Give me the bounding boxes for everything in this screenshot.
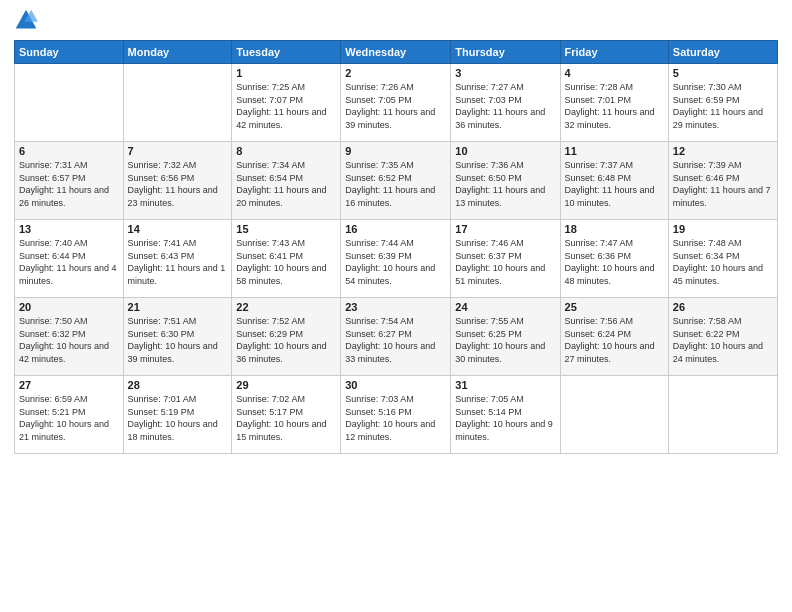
day-number: 5	[673, 67, 773, 79]
day-info: Sunrise: 7:32 AM Sunset: 6:56 PM Dayligh…	[128, 159, 228, 209]
calendar-cell: 3Sunrise: 7:27 AM Sunset: 7:03 PM Daylig…	[451, 64, 560, 142]
calendar-cell: 16Sunrise: 7:44 AM Sunset: 6:39 PM Dayli…	[341, 220, 451, 298]
calendar-cell: 21Sunrise: 7:51 AM Sunset: 6:30 PM Dayli…	[123, 298, 232, 376]
calendar-cell: 9Sunrise: 7:35 AM Sunset: 6:52 PM Daylig…	[341, 142, 451, 220]
calendar-cell: 1Sunrise: 7:25 AM Sunset: 7:07 PM Daylig…	[232, 64, 341, 142]
day-info: Sunrise: 7:46 AM Sunset: 6:37 PM Dayligh…	[455, 237, 555, 287]
calendar-cell: 2Sunrise: 7:26 AM Sunset: 7:05 PM Daylig…	[341, 64, 451, 142]
day-number: 12	[673, 145, 773, 157]
day-info: Sunrise: 7:52 AM Sunset: 6:29 PM Dayligh…	[236, 315, 336, 365]
day-info: Sunrise: 7:56 AM Sunset: 6:24 PM Dayligh…	[565, 315, 664, 365]
day-number: 8	[236, 145, 336, 157]
day-info: Sunrise: 7:36 AM Sunset: 6:50 PM Dayligh…	[455, 159, 555, 209]
calendar-cell	[15, 64, 124, 142]
day-info: Sunrise: 7:37 AM Sunset: 6:48 PM Dayligh…	[565, 159, 664, 209]
calendar-cell: 11Sunrise: 7:37 AM Sunset: 6:48 PM Dayli…	[560, 142, 668, 220]
day-info: Sunrise: 7:48 AM Sunset: 6:34 PM Dayligh…	[673, 237, 773, 287]
day-number: 13	[19, 223, 119, 235]
calendar-week-1: 1Sunrise: 7:25 AM Sunset: 7:07 PM Daylig…	[15, 64, 778, 142]
day-number: 28	[128, 379, 228, 391]
day-info: Sunrise: 7:51 AM Sunset: 6:30 PM Dayligh…	[128, 315, 228, 365]
day-number: 26	[673, 301, 773, 313]
day-number: 24	[455, 301, 555, 313]
day-number: 10	[455, 145, 555, 157]
day-info: Sunrise: 7:50 AM Sunset: 6:32 PM Dayligh…	[19, 315, 119, 365]
calendar-table: Sunday Monday Tuesday Wednesday Thursday…	[14, 40, 778, 454]
day-number: 3	[455, 67, 555, 79]
day-number: 30	[345, 379, 446, 391]
day-info: Sunrise: 7:26 AM Sunset: 7:05 PM Dayligh…	[345, 81, 446, 131]
day-info: Sunrise: 7:02 AM Sunset: 5:17 PM Dayligh…	[236, 393, 336, 443]
day-number: 2	[345, 67, 446, 79]
calendar-week-4: 20Sunrise: 7:50 AM Sunset: 6:32 PM Dayli…	[15, 298, 778, 376]
calendar-cell: 17Sunrise: 7:46 AM Sunset: 6:37 PM Dayli…	[451, 220, 560, 298]
calendar-cell: 5Sunrise: 7:30 AM Sunset: 6:59 PM Daylig…	[668, 64, 777, 142]
col-sunday: Sunday	[15, 41, 124, 64]
day-number: 18	[565, 223, 664, 235]
calendar-cell: 12Sunrise: 7:39 AM Sunset: 6:46 PM Dayli…	[668, 142, 777, 220]
calendar-cell: 31Sunrise: 7:05 AM Sunset: 5:14 PM Dayli…	[451, 376, 560, 454]
day-info: Sunrise: 7:30 AM Sunset: 6:59 PM Dayligh…	[673, 81, 773, 131]
col-monday: Monday	[123, 41, 232, 64]
day-info: Sunrise: 7:31 AM Sunset: 6:57 PM Dayligh…	[19, 159, 119, 209]
day-info: Sunrise: 7:58 AM Sunset: 6:22 PM Dayligh…	[673, 315, 773, 365]
day-number: 11	[565, 145, 664, 157]
day-number: 22	[236, 301, 336, 313]
day-info: Sunrise: 7:41 AM Sunset: 6:43 PM Dayligh…	[128, 237, 228, 287]
day-number: 4	[565, 67, 664, 79]
calendar-cell: 4Sunrise: 7:28 AM Sunset: 7:01 PM Daylig…	[560, 64, 668, 142]
day-info: Sunrise: 7:54 AM Sunset: 6:27 PM Dayligh…	[345, 315, 446, 365]
day-number: 14	[128, 223, 228, 235]
calendar-cell	[668, 376, 777, 454]
col-saturday: Saturday	[668, 41, 777, 64]
calendar-cell: 29Sunrise: 7:02 AM Sunset: 5:17 PM Dayli…	[232, 376, 341, 454]
day-info: Sunrise: 7:25 AM Sunset: 7:07 PM Dayligh…	[236, 81, 336, 131]
calendar-cell: 26Sunrise: 7:58 AM Sunset: 6:22 PM Dayli…	[668, 298, 777, 376]
calendar-cell: 18Sunrise: 7:47 AM Sunset: 6:36 PM Dayli…	[560, 220, 668, 298]
day-number: 21	[128, 301, 228, 313]
day-info: Sunrise: 7:05 AM Sunset: 5:14 PM Dayligh…	[455, 393, 555, 443]
day-number: 19	[673, 223, 773, 235]
col-friday: Friday	[560, 41, 668, 64]
calendar-cell: 28Sunrise: 7:01 AM Sunset: 5:19 PM Dayli…	[123, 376, 232, 454]
day-info: Sunrise: 6:59 AM Sunset: 5:21 PM Dayligh…	[19, 393, 119, 443]
page: Sunday Monday Tuesday Wednesday Thursday…	[0, 0, 792, 612]
calendar-week-3: 13Sunrise: 7:40 AM Sunset: 6:44 PM Dayli…	[15, 220, 778, 298]
calendar-week-2: 6Sunrise: 7:31 AM Sunset: 6:57 PM Daylig…	[15, 142, 778, 220]
day-info: Sunrise: 7:35 AM Sunset: 6:52 PM Dayligh…	[345, 159, 446, 209]
calendar-cell: 27Sunrise: 6:59 AM Sunset: 5:21 PM Dayli…	[15, 376, 124, 454]
day-number: 25	[565, 301, 664, 313]
day-number: 6	[19, 145, 119, 157]
day-number: 7	[128, 145, 228, 157]
day-info: Sunrise: 7:44 AM Sunset: 6:39 PM Dayligh…	[345, 237, 446, 287]
header	[14, 10, 778, 32]
day-number: 15	[236, 223, 336, 235]
day-number: 17	[455, 223, 555, 235]
col-wednesday: Wednesday	[341, 41, 451, 64]
day-info: Sunrise: 7:43 AM Sunset: 6:41 PM Dayligh…	[236, 237, 336, 287]
day-info: Sunrise: 7:55 AM Sunset: 6:25 PM Dayligh…	[455, 315, 555, 365]
day-info: Sunrise: 7:40 AM Sunset: 6:44 PM Dayligh…	[19, 237, 119, 287]
col-thursday: Thursday	[451, 41, 560, 64]
logo	[14, 10, 40, 32]
calendar-cell: 30Sunrise: 7:03 AM Sunset: 5:16 PM Dayli…	[341, 376, 451, 454]
day-info: Sunrise: 7:47 AM Sunset: 6:36 PM Dayligh…	[565, 237, 664, 287]
calendar-cell	[560, 376, 668, 454]
calendar-cell: 24Sunrise: 7:55 AM Sunset: 6:25 PM Dayli…	[451, 298, 560, 376]
calendar-week-5: 27Sunrise: 6:59 AM Sunset: 5:21 PM Dayli…	[15, 376, 778, 454]
day-info: Sunrise: 7:27 AM Sunset: 7:03 PM Dayligh…	[455, 81, 555, 131]
calendar-cell: 6Sunrise: 7:31 AM Sunset: 6:57 PM Daylig…	[15, 142, 124, 220]
calendar-cell: 7Sunrise: 7:32 AM Sunset: 6:56 PM Daylig…	[123, 142, 232, 220]
calendar-cell: 8Sunrise: 7:34 AM Sunset: 6:54 PM Daylig…	[232, 142, 341, 220]
calendar-cell	[123, 64, 232, 142]
header-row: Sunday Monday Tuesday Wednesday Thursday…	[15, 41, 778, 64]
calendar-cell: 20Sunrise: 7:50 AM Sunset: 6:32 PM Dayli…	[15, 298, 124, 376]
calendar-cell: 25Sunrise: 7:56 AM Sunset: 6:24 PM Dayli…	[560, 298, 668, 376]
day-info: Sunrise: 7:39 AM Sunset: 6:46 PM Dayligh…	[673, 159, 773, 209]
day-info: Sunrise: 7:34 AM Sunset: 6:54 PM Dayligh…	[236, 159, 336, 209]
calendar-cell: 13Sunrise: 7:40 AM Sunset: 6:44 PM Dayli…	[15, 220, 124, 298]
col-tuesday: Tuesday	[232, 41, 341, 64]
day-info: Sunrise: 7:01 AM Sunset: 5:19 PM Dayligh…	[128, 393, 228, 443]
day-number: 9	[345, 145, 446, 157]
day-number: 31	[455, 379, 555, 391]
